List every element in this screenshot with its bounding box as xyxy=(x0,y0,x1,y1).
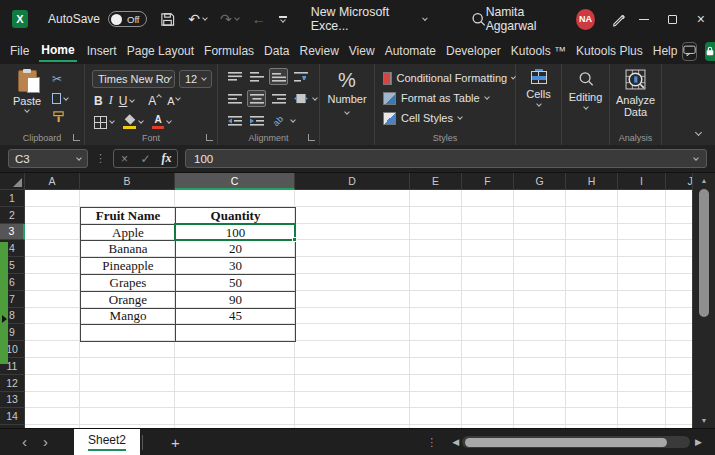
cell-H8[interactable] xyxy=(566,308,618,325)
enter-icon[interactable]: ✓ xyxy=(135,152,156,166)
cancel-icon[interactable]: × xyxy=(114,152,135,166)
cell-F10[interactable] xyxy=(462,341,514,358)
cell-E11[interactable] xyxy=(410,358,462,375)
underline-button[interactable]: U xyxy=(119,94,135,108)
cell-I3[interactable] xyxy=(618,224,666,241)
menu-automate[interactable]: Automate xyxy=(380,38,441,64)
cell-C10[interactable] xyxy=(175,341,295,358)
orientation-button[interactable]: ab xyxy=(269,112,288,129)
cell-C11[interactable] xyxy=(175,358,295,375)
cell-H6[interactable] xyxy=(566,274,618,291)
cell-E1[interactable] xyxy=(410,190,462,207)
cell-F8[interactable] xyxy=(462,308,514,325)
avatar[interactable]: NA xyxy=(576,9,595,30)
cell-D13[interactable] xyxy=(295,392,410,409)
cell-G13[interactable] xyxy=(514,392,566,409)
namebox-splitter[interactable]: ⋮ xyxy=(95,152,106,165)
cell-H5[interactable] xyxy=(566,257,618,274)
cell-I5[interactable] xyxy=(618,257,666,274)
format-as-table-button[interactable]: Format as Table xyxy=(375,88,515,108)
horizontal-scrollbar[interactable] xyxy=(462,436,690,448)
table-cell[interactable]: Pineapple xyxy=(81,258,176,275)
cell-F9[interactable] xyxy=(462,324,514,341)
user-name[interactable]: Namita Aggarwal xyxy=(486,5,568,33)
table-cell[interactable]: Apple xyxy=(81,225,176,242)
align-right-button[interactable] xyxy=(269,90,288,107)
cell-A14[interactable] xyxy=(25,408,80,425)
cell-F4[interactable] xyxy=(462,240,514,257)
minimize-button[interactable] xyxy=(630,0,658,38)
cell-I8[interactable] xyxy=(618,308,666,325)
cell-F1[interactable] xyxy=(462,190,514,207)
cell-H3[interactable] xyxy=(566,224,618,241)
row-header-1[interactable]: 1 xyxy=(0,190,25,207)
table-cell[interactable]: 45 xyxy=(176,309,296,326)
cell-C13[interactable] xyxy=(175,392,295,409)
sheet-prev-icon[interactable]: ‹ xyxy=(22,435,27,449)
menu-kutools[interactable]: Kutools ™ xyxy=(506,38,571,64)
row-header-14[interactable]: 14 xyxy=(0,408,25,425)
cell-E9[interactable] xyxy=(410,324,462,341)
back-icon[interactable]: ← xyxy=(252,11,266,27)
conditional-formatting-button[interactable]: Conditional Formatting xyxy=(375,68,515,88)
editing-group[interactable]: Editing xyxy=(562,64,610,145)
cell-D7[interactable] xyxy=(295,291,410,308)
scroll-left-icon[interactable]: ◀ xyxy=(452,437,459,447)
menu-page-layout[interactable]: Page Layout xyxy=(122,38,199,64)
table-cell[interactable]: 20 xyxy=(176,241,296,258)
table-cell[interactable]: Orange xyxy=(81,292,176,309)
cell-I11[interactable] xyxy=(618,358,666,375)
menu-help[interactable]: Help xyxy=(648,38,683,64)
cell-I4[interactable] xyxy=(618,240,666,257)
cell-G3[interactable] xyxy=(514,224,566,241)
table-cell[interactable]: 50 xyxy=(176,275,296,292)
table-cell[interactable]: Mango xyxy=(81,309,176,326)
cell-E4[interactable] xyxy=(410,240,462,257)
search-icon[interactable] xyxy=(471,12,486,27)
column-header-H[interactable]: H xyxy=(566,173,618,190)
cell-styles-button[interactable]: Cell Styles xyxy=(375,108,515,128)
cell-B1[interactable] xyxy=(80,190,175,207)
cell-E12[interactable] xyxy=(410,375,462,392)
column-header-I[interactable]: I xyxy=(618,173,666,190)
cell-G12[interactable] xyxy=(514,375,566,392)
align-bottom-button[interactable] xyxy=(269,68,288,85)
cell-A4[interactable] xyxy=(25,240,80,257)
cell-D5[interactable] xyxy=(295,257,410,274)
cell-I9[interactable] xyxy=(618,324,666,341)
horizontal-scrollbar-thumb[interactable] xyxy=(465,438,667,447)
cell-I7[interactable] xyxy=(618,291,666,308)
scroll-up-icon[interactable]: ▲ xyxy=(701,177,708,184)
table-cell[interactable]: Banana xyxy=(81,241,176,258)
cells-group[interactable]: Cells xyxy=(516,64,562,145)
table-cell[interactable]: Grapes xyxy=(81,275,176,292)
cell-B11[interactable] xyxy=(80,358,175,375)
font-name-select[interactable]: Times New Ro xyxy=(92,70,175,88)
fill-handle[interactable] xyxy=(292,237,297,242)
cell-E6[interactable] xyxy=(410,274,462,291)
new-sheet-button[interactable]: + xyxy=(171,434,180,451)
align-center-button[interactable] xyxy=(247,90,266,107)
decrease-indent-button[interactable] xyxy=(225,112,244,129)
cell-D8[interactable] xyxy=(295,308,410,325)
borders-button[interactable] xyxy=(94,116,114,129)
vertical-scrollbar-thumb[interactable] xyxy=(699,189,709,317)
cell-C12[interactable] xyxy=(175,375,295,392)
share-button[interactable] xyxy=(705,42,715,61)
font-dialog-launcher[interactable] xyxy=(206,134,213,141)
cell-G9[interactable] xyxy=(514,324,566,341)
analyze-data-button[interactable]: Analyze Data xyxy=(610,69,661,118)
cell-D14[interactable] xyxy=(295,408,410,425)
cell-H14[interactable] xyxy=(566,408,618,425)
cell-I1[interactable] xyxy=(618,190,666,207)
copy-icon[interactable] xyxy=(52,93,68,104)
cell-F2[interactable] xyxy=(462,207,514,224)
expand-formula-bar-icon[interactable] xyxy=(693,155,699,161)
scroll-down-icon[interactable]: ▼ xyxy=(701,417,708,424)
align-top-button[interactable] xyxy=(225,68,244,85)
table-cell[interactable]: 30 xyxy=(176,258,296,275)
cell-G2[interactable] xyxy=(514,207,566,224)
cell-A1[interactable] xyxy=(25,190,80,207)
cell-F11[interactable] xyxy=(462,358,514,375)
cell-F14[interactable] xyxy=(462,408,514,425)
